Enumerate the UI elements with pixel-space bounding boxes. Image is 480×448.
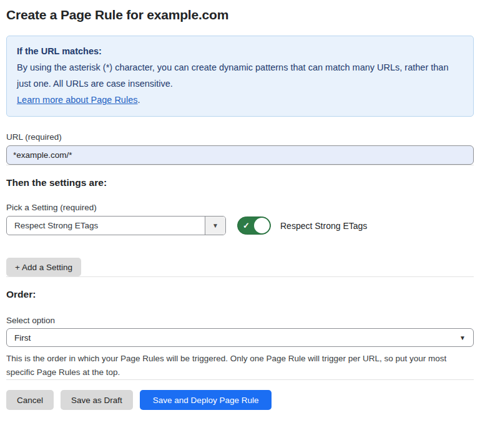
order-section-heading: Order: [6, 289, 474, 300]
pick-setting-label: Pick a Setting (required) [6, 203, 474, 212]
setting-toggle[interactable]: ✓ [237, 217, 271, 235]
url-field-label: URL (required) [6, 132, 474, 142]
settings-section-heading: Then the settings are: [6, 177, 474, 188]
info-box-heading: If the URL matches: [17, 43, 463, 59]
save-draft-button[interactable]: Save as Draft [61, 390, 133, 410]
divider [6, 276, 474, 277]
page-rule-form: Create a Page Rule for example.com If th… [0, 0, 480, 416]
setting-row: Respect Strong ETags ▼ ✓ Respect Strong … [6, 216, 474, 235]
chevron-down-icon[interactable]: ▼ [205, 217, 225, 235]
divider [6, 379, 474, 380]
url-input[interactable] [6, 145, 474, 165]
toggle-knob [254, 218, 270, 233]
toggle-label: Respect Strong ETags [280, 221, 367, 231]
order-select-label: Select option [6, 316, 474, 325]
learn-more-link[interactable]: Learn more about Page Rules [17, 95, 137, 105]
link-suffix: . [137, 95, 140, 105]
setting-select-value: Respect Strong ETags [7, 217, 205, 235]
add-setting-button[interactable]: + Add a Setting [6, 258, 81, 276]
cancel-button[interactable]: Cancel [6, 390, 54, 410]
check-icon: ✓ [243, 222, 250, 230]
info-box-body: By using the asterisk (*) character, you… [17, 59, 463, 92]
save-deploy-button[interactable]: Save and Deploy Page Rule [140, 390, 272, 410]
form-actions: Cancel Save as Draft Save and Deploy Pag… [6, 390, 474, 410]
page-title: Create a Page Rule for example.com [6, 7, 474, 22]
url-match-info-box: If the URL matches: By using the asteris… [6, 36, 474, 117]
setting-select[interactable]: Respect Strong ETags ▼ [6, 216, 226, 235]
chevron-down-icon: ▼ [459, 334, 466, 341]
divider [6, 165, 474, 165]
order-select-value: First [14, 333, 31, 343]
info-box-link-line: Learn more about Page Rules. [17, 92, 463, 108]
order-help-text: This is the order in which your Page Rul… [6, 352, 465, 379]
order-select[interactable]: First ▼ [6, 328, 474, 347]
